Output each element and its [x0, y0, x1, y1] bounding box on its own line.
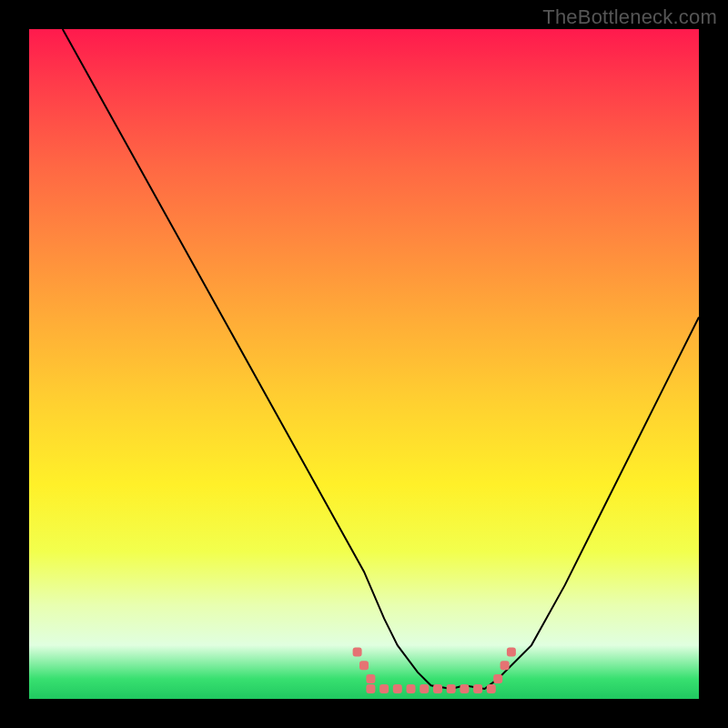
- chart-dot: [366, 684, 375, 693]
- chart-dot: [420, 684, 429, 693]
- chart-plot-area: [29, 29, 699, 699]
- chart-dot: [407, 684, 416, 693]
- chart-dot: [487, 684, 496, 693]
- chart-dot: [473, 684, 482, 693]
- chart-dot: [460, 684, 469, 693]
- chart-dot: [359, 661, 369, 670]
- chart-dot: [366, 674, 375, 683]
- chart-dots-fall: [353, 648, 376, 683]
- chart-dot: [447, 684, 456, 693]
- chart-dot: [493, 674, 502, 683]
- chart-dot: [353, 648, 362, 657]
- watermark-text: TheBottleneck.com: [542, 5, 717, 29]
- chart-curve: [63, 29, 699, 689]
- chart-dot: [507, 648, 516, 657]
- chart-dot: [379, 684, 389, 693]
- chart-svg: [29, 29, 699, 699]
- chart-dot: [433, 684, 442, 693]
- chart-dot: [393, 684, 402, 693]
- chart-dot: [500, 661, 510, 670]
